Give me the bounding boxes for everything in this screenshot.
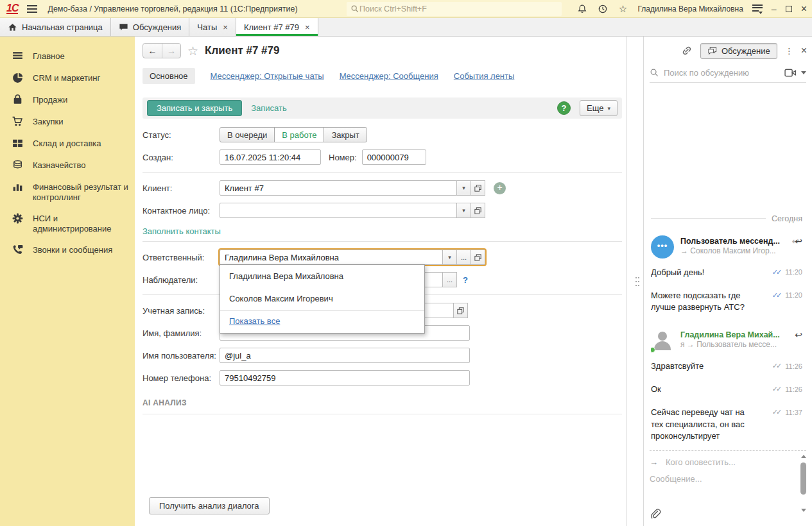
message: Ок ✓✓11:26	[651, 384, 802, 395]
close-panel-icon[interactable]: ×	[801, 46, 807, 56]
add-client-icon[interactable]: +	[494, 182, 506, 194]
link-icon[interactable]	[681, 45, 693, 56]
favorites-star-icon[interactable]: ☆	[618, 3, 629, 15]
reply-icon[interactable]: ↩	[795, 330, 802, 339]
scroll-down-icon[interactable]	[801, 509, 806, 512]
chat-bubble-icon	[119, 22, 128, 32]
scroll-up-icon[interactable]	[801, 455, 806, 458]
created-field[interactable]	[220, 149, 321, 165]
responsible-field[interactable]	[220, 250, 443, 265]
discussion-toggle-button[interactable]: Обсуждение	[700, 43, 777, 59]
main-menu-icon[interactable]	[27, 5, 37, 13]
tab-client[interactable]: Клиент #7 #79 ×	[236, 18, 318, 36]
client-label: Клиент:	[143, 183, 220, 193]
client-open-icon[interactable]	[471, 180, 485, 196]
nav-link-open-chats[interactable]: Мессенджер: Открытые чаты	[211, 71, 324, 81]
separator	[143, 241, 622, 242]
tab-chats[interactable]: Чаты ×	[189, 18, 236, 36]
responsible-label: Ответственный:	[143, 253, 220, 262]
sidebar-item-label: Финансовый результат и контроллинг	[33, 182, 130, 203]
current-user-name[interactable]: Гладилина Вера Михайловна	[638, 4, 743, 13]
save-button[interactable]: Записать	[251, 103, 287, 113]
status-closed-button[interactable]: Закрыт	[324, 127, 367, 142]
username-field[interactable]	[220, 348, 470, 363]
status-queued-button[interactable]: В очереди	[220, 127, 275, 142]
status-inprogress-button[interactable]: В работе	[274, 127, 324, 142]
account-open-icon[interactable]	[453, 303, 468, 318]
back-arrow-icon[interactable]: ←	[143, 44, 162, 58]
history-icon[interactable]	[597, 3, 609, 15]
dropdown-item[interactable]: Гладилина Вера Михайловна	[220, 265, 424, 287]
sidebar-item-warehouse[interactable]: Склад и доставка	[0, 133, 135, 155]
message-text: Здравтсвуйте	[651, 361, 704, 372]
sidebar-item-calls[interactable]: Звонки и сообщения	[0, 239, 135, 261]
chevron-down-icon[interactable]	[801, 71, 806, 74]
watchers-hint-icon[interactable]: ?	[463, 275, 468, 285]
maximize-button[interactable]	[786, 6, 792, 12]
tab-client-close-icon[interactable]: ×	[305, 22, 310, 32]
sidebar-item-purchases[interactable]: Закупки	[0, 111, 135, 133]
attach-paperclip-icon[interactable]	[650, 508, 661, 521]
notifications-bell-icon[interactable]	[576, 3, 588, 15]
user-avatar	[651, 329, 674, 352]
discussion-search-input[interactable]	[664, 68, 780, 78]
contact-combo: ▾	[220, 203, 485, 218]
home-icon	[8, 22, 17, 32]
contact-field[interactable]	[220, 203, 457, 218]
help-button[interactable]: ?	[557, 101, 571, 115]
global-search[interactable]	[347, 2, 562, 16]
tools-menu-icon[interactable]	[752, 4, 763, 13]
phone-field[interactable]	[220, 370, 470, 386]
nav-link-messages[interactable]: Мессенджер: Сообщения	[340, 71, 438, 81]
show-all-link[interactable]: Показать все	[229, 316, 280, 326]
tab-chats-close-icon[interactable]: ×	[223, 22, 228, 32]
sidebar-item-label: Продажи	[33, 94, 67, 105]
page-title: Клиент #7 #79	[205, 44, 279, 57]
sidebar-item-admin[interactable]: НСИ и администрирование	[0, 208, 135, 239]
client-field[interactable]	[220, 180, 457, 196]
close-window-button[interactable]: ×	[801, 4, 807, 14]
status-label: Статус:	[143, 130, 220, 140]
global-search-input[interactable]	[359, 4, 558, 13]
save-close-button[interactable]: Записать и закрыть	[147, 100, 242, 116]
tab-home[interactable]: Начальная страница	[0, 18, 111, 36]
sidebar-item-sales[interactable]: Продажи	[0, 89, 135, 111]
contact-dropdown-icon[interactable]: ▾	[456, 203, 471, 218]
scrollbar-thumb[interactable]	[800, 462, 806, 495]
sidebar-item-label: Главное	[33, 51, 65, 62]
forward-arrow-icon[interactable]: →	[162, 44, 180, 58]
sidebar-item-crm[interactable]: CRM и маркетинг	[0, 67, 135, 89]
watchers-select-icon[interactable]: ...	[442, 272, 457, 287]
favorite-star-icon[interactable]: ☆	[187, 44, 198, 58]
sidebar-item-main[interactable]: Главное	[0, 46, 135, 67]
panel-splitter[interactable]	[627, 37, 643, 526]
reply-all-icon[interactable]: ↩↩	[792, 237, 802, 246]
pie-chart-icon	[12, 72, 24, 84]
more-button[interactable]: Еще ▾	[580, 100, 618, 116]
minimize-button[interactable]: –	[772, 4, 777, 13]
client-dropdown-icon[interactable]: ▾	[456, 180, 471, 196]
nav-link-feed[interactable]: События ленты	[454, 71, 515, 81]
search-icon	[350, 4, 359, 13]
contact-open-icon[interactable]	[471, 203, 485, 218]
get-dialog-analysis-button[interactable]: Получить анализ диалога	[149, 497, 270, 514]
number-label: Номер:	[329, 153, 357, 162]
sidebar-item-treasury[interactable]: Казначейство	[0, 155, 135, 176]
sidebar-item-label: НСИ и администрирование	[33, 213, 130, 234]
tab-discussions[interactable]: Обсуждения	[111, 18, 190, 36]
responsible-open-icon[interactable]	[471, 250, 485, 265]
sidebar-item-finance[interactable]: Финансовый результат и контроллинг	[0, 176, 135, 208]
fill-contacts-link[interactable]: Заполнить контакты	[143, 226, 221, 236]
dropdown-item[interactable]: Соколов Максим Игоревич	[220, 287, 424, 310]
notify-field[interactable]: → Кого оповестить...	[650, 457, 806, 467]
video-call-icon[interactable]	[784, 68, 797, 78]
responsible-select-icon[interactable]: ...	[456, 250, 471, 265]
composer-scrollbar[interactable]	[800, 455, 808, 512]
number-field[interactable]	[362, 149, 426, 165]
arrow-right-icon: →	[650, 457, 658, 467]
responsible-dropdown-icon[interactable]: ▾	[442, 250, 457, 265]
sidebar-item-label: CRM и маркетинг	[33, 72, 100, 83]
nav-link-main[interactable]: Основное	[143, 68, 195, 84]
more-menu-icon[interactable]: ⋮	[785, 46, 793, 56]
message-input[interactable]: Сообщение...	[650, 474, 806, 484]
